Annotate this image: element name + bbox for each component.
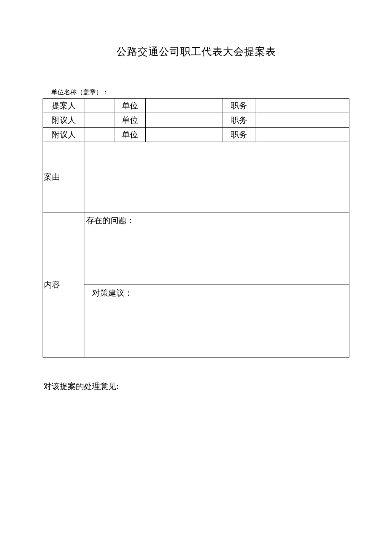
seconder-label: 附议人 [43,113,84,128]
table-row: 案由 [43,142,349,212]
table-row: 内容 存在的问题： [43,212,349,285]
unit-value [145,128,222,142]
unit-name-label: 单位名称（盖章）： [43,88,349,96]
seconder-label: 附议人 [43,128,84,142]
unit-label-cell: 单位 [115,128,145,142]
position-value [256,99,349,113]
position-value [256,128,349,142]
table-row: 附议人 单位 职务 [43,128,349,142]
unit-label-cell: 单位 [115,113,145,128]
table-row: 对策建议： [43,285,349,357]
reason-label: 案由 [43,142,84,212]
processing-opinion-label: 对该提案的处理意见: [43,381,349,392]
proposer-value [84,99,115,113]
seconder-value [84,128,115,142]
position-label-cell: 职务 [222,113,256,128]
seconder-value [84,113,115,128]
table-row: 附议人 单位 职务 [43,113,349,128]
proposer-label: 提案人 [43,99,84,113]
reason-content [84,142,349,212]
proposal-form-table: 提案人 单位 职务 附议人 单位 职务 附议人 单位 职务 案由 内容 存在的问… [43,98,349,357]
suggestion-section: 对策建议： [84,285,349,357]
unit-value [145,99,222,113]
position-label-cell: 职务 [222,99,256,113]
table-row: 提案人 单位 职务 [43,99,349,113]
position-value [256,113,349,128]
content-label: 内容 [43,212,84,357]
unit-label-cell: 单位 [115,99,145,113]
position-label-cell: 职务 [222,128,256,142]
problem-section: 存在的问题： [84,212,349,285]
document-title: 公路交通公司职工代表大会提案表 [43,45,349,58]
unit-value [145,113,222,128]
